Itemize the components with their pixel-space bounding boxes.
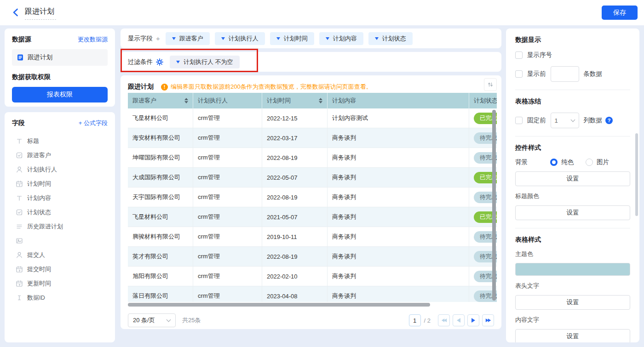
image-radio[interactable]	[586, 159, 593, 166]
text-icon	[16, 137, 23, 145]
column-header[interactable]: 跟进客户	[128, 93, 193, 108]
theme-color-swatch[interactable]	[515, 263, 630, 276]
add-display-field-button[interactable]: +	[156, 34, 160, 42]
table-cell: crm管理	[193, 168, 262, 187]
page-title[interactable]: 跟进计划	[25, 7, 56, 20]
column-header[interactable]: 计划时间	[262, 93, 328, 108]
horizontal-scrollbar[interactable]	[128, 303, 430, 307]
back-icon[interactable]	[11, 7, 21, 17]
table-cell: 2022-08-19	[262, 188, 328, 207]
title-color-label: 标题颜色	[515, 192, 630, 200]
field-item[interactable]: 提交时间	[12, 262, 108, 276]
field-item[interactable]: 计划状态	[12, 205, 108, 219]
freeze-count-value: 1	[555, 117, 558, 124]
field-item[interactable]	[12, 233, 108, 248]
column-header-label: 计划执行人	[198, 97, 228, 105]
freeze-prefix: 固定前	[527, 116, 546, 125]
select-icon	[16, 152, 23, 159]
solid-color-radio[interactable]	[550, 159, 558, 166]
table-row: 海安材料有限公司crm管理2022-03-17商务谈判待完成	[128, 128, 497, 148]
freeze-checkbox[interactable]	[515, 117, 523, 124]
filter-condition-tag[interactable]: 计划执行人 不为空	[170, 56, 240, 68]
table-row: 天宇国际有限公司crm管理2022-08-19商务谈判待完成	[128, 188, 497, 207]
show-first-checkbox[interactable]	[515, 70, 523, 78]
table-row: 飞星材料公司crm管理2022-12-15计划内容测试已完成	[128, 108, 497, 128]
select-icon	[16, 209, 23, 216]
show-first-input[interactable]	[551, 66, 579, 82]
freeze-count-select[interactable]: 1	[551, 113, 579, 128]
page-size-value: 20 条/页	[133, 316, 155, 324]
column-header[interactable]: 计划执行人	[193, 93, 262, 108]
field-item[interactable]: 历史跟进计划	[12, 219, 108, 233]
title-color-setting-button[interactable]: 设置	[515, 205, 630, 220]
show-index-checkbox[interactable]	[515, 51, 523, 59]
formula-field-link[interactable]: + 公式字段	[79, 119, 108, 127]
table-cell: 坤曜国际有限公司	[128, 148, 193, 167]
table-cell: 商务谈判	[328, 168, 469, 187]
display-field-tag-label: 计划时间	[284, 34, 308, 43]
first-page-button[interactable]	[438, 314, 450, 326]
field-item[interactable]: 计划内容	[12, 191, 108, 205]
double-right-icon	[486, 318, 490, 323]
gear-icon[interactable]	[156, 58, 163, 66]
table-cell: 2022-02-10	[262, 267, 328, 286]
warning-icon: !	[161, 84, 168, 91]
page-size-select[interactable]: 20 条/页	[128, 313, 176, 327]
field-item[interactable]: 提交人	[12, 248, 108, 262]
show-first-suffix: 条数据	[584, 70, 603, 78]
help-icon[interactable]: ?	[605, 117, 613, 124]
table-cell: 2023-04-08	[262, 286, 328, 302]
column-header[interactable]: 计划内容	[328, 93, 469, 108]
header-text-label: 表头文字	[515, 282, 630, 290]
content-text-setting-button[interactable]: 设置	[515, 329, 630, 342]
save-button[interactable]: 保存	[602, 6, 638, 20]
table-cell: 飞星材料公司	[128, 207, 193, 227]
field-item[interactable]: 计划时间	[12, 176, 108, 191]
table-row: 英才有限公司crm管理2022-08-19商务谈判待完成	[128, 247, 497, 267]
display-field-tag[interactable]: 计划时间	[270, 32, 314, 45]
date-icon	[16, 280, 23, 287]
field-item[interactable]: 标题	[12, 134, 108, 148]
field-item[interactable]: 更新时间	[12, 276, 108, 290]
table-cell: 计划内容测试	[328, 108, 469, 128]
display-field-tag[interactable]: 计划状态	[368, 32, 413, 45]
datasource-item[interactable]: 跟进计划	[12, 49, 108, 66]
column-header[interactable]: 计划状态	[469, 93, 497, 108]
column-header-label: 计划时间	[267, 97, 291, 105]
date-icon	[16, 180, 23, 188]
table-cell: 商务谈判	[328, 247, 469, 266]
field-item-label: 计划内容	[27, 194, 51, 202]
list-icon	[16, 223, 23, 230]
header-text-setting-button[interactable]: 设置	[515, 295, 630, 310]
table-cell: crm管理	[193, 148, 262, 167]
display-field-tag[interactable]: 跟进客户	[166, 32, 210, 45]
panel-scrollbar[interactable]	[635, 133, 638, 216]
freeze-suffix: 列数据	[584, 116, 603, 125]
table-cell: crm管理	[193, 267, 262, 286]
change-datasource-link[interactable]: 更改数据源	[78, 35, 108, 44]
display-field-tag[interactable]: 计划执行人	[215, 32, 265, 45]
text-icon	[16, 194, 23, 202]
top-bar: 跟进计划 保存	[0, 0, 644, 25]
field-item-label: 计划状态	[27, 208, 51, 216]
vertical-scrollbar[interactable]	[492, 110, 496, 301]
sort-arrows-icon	[487, 81, 494, 88]
table-cell: crm管理	[193, 128, 262, 148]
column-sort-icon[interactable]	[315, 96, 322, 105]
table-row: 大成国际有限公司crm管理2022-05-07商务谈判已完成	[128, 168, 497, 188]
order-button[interactable]	[484, 78, 497, 91]
field-item[interactable]: 计划执行人	[12, 162, 108, 176]
field-item[interactable]: 跟进客户	[12, 148, 108, 162]
next-page-button[interactable]	[467, 314, 479, 326]
background-setting-button[interactable]: 设置	[515, 171, 630, 186]
field-item[interactable]: 数据ID	[12, 290, 108, 305]
prev-page-button[interactable]	[453, 314, 465, 326]
last-page-button[interactable]	[482, 314, 494, 326]
column-sort-icon[interactable]	[181, 96, 188, 105]
display-field-tag-label: 跟进客户	[179, 34, 203, 43]
display-field-tag[interactable]: 计划内容	[319, 32, 363, 45]
report-permission-button[interactable]: 报表权限	[12, 87, 108, 102]
current-page-box[interactable]: 1	[409, 314, 421, 326]
table-cell: 落日有限公司	[128, 286, 193, 302]
field-item-label: 计划时间	[27, 180, 51, 188]
